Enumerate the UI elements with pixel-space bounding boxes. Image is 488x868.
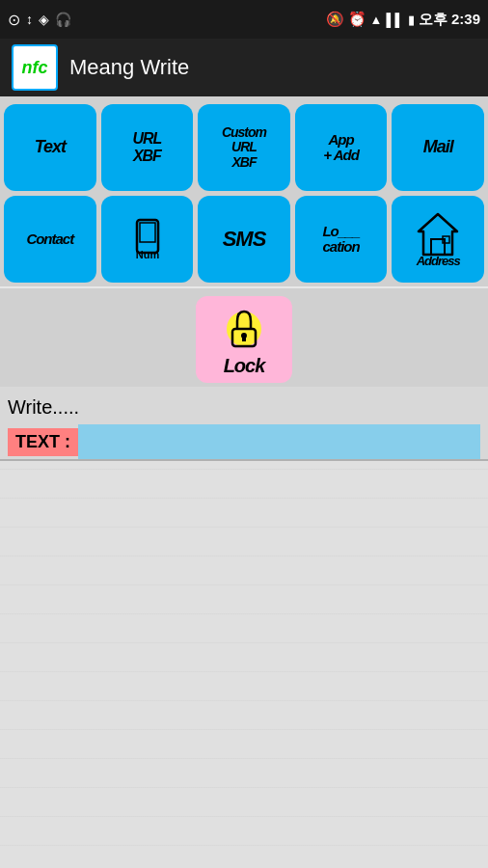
content-area: Write..... TEXT :	[0, 387, 488, 459]
status-icons-right: 🔕 ⏰ ▲ ▌▌ ▮ 오후 2:39	[326, 11, 481, 29]
app-title: Meang Write	[69, 55, 189, 80]
contact-button-label: Contact	[26, 231, 73, 248]
write-label: Write.....	[8, 396, 480, 419]
canvas-area	[0, 459, 488, 868]
button-grid: Text URLXBF CustomURLXBF App+ Add Mail C…	[0, 96, 488, 286]
text-label-row: TEXT :	[8, 424, 480, 459]
contact-button[interactable]: Contact	[4, 196, 96, 283]
svg-text:Num: Num	[136, 249, 160, 260]
text-label: TEXT :	[8, 428, 78, 456]
alarm-icon: ⏰	[348, 11, 366, 28]
svg-marker-3	[419, 214, 457, 255]
address-button[interactable]: Address	[392, 196, 484, 283]
wifi-icon: ▲	[370, 13, 383, 27]
usb-icon: ↕	[26, 12, 33, 27]
custom-url-button[interactable]: CustomURLXBF	[198, 104, 290, 191]
svg-rect-1	[140, 223, 155, 242]
app-icon-status: ⊙	[8, 11, 20, 29]
sms-button-label: SMS	[223, 228, 266, 251]
url-button-label: URLXBF	[132, 130, 161, 164]
battery-icon: ▮	[408, 13, 415, 27]
app-icon: nfc	[12, 44, 58, 91]
sms-button[interactable]: SMS	[198, 196, 290, 283]
mute-icon: 🔕	[326, 11, 344, 28]
text-input[interactable]	[78, 424, 480, 459]
signal-icon: ▌▌	[386, 13, 403, 27]
lock-row: Lock	[0, 288, 488, 387]
address-icon	[414, 210, 462, 258]
text-button[interactable]: Text	[4, 104, 96, 191]
lock-button[interactable]: Lock	[196, 296, 292, 383]
location-button-label: Lo___cation	[322, 224, 359, 256]
location-button[interactable]: Lo___cation	[295, 196, 388, 283]
title-bar: nfc Meang Write	[0, 39, 488, 96]
app-add-button-label: App+ Add	[323, 132, 359, 164]
headphone-icon: 🎧	[55, 12, 71, 27]
custom-url-button-label: CustomURLXBF	[222, 125, 266, 170]
address-button-label: Address	[417, 255, 460, 268]
status-time: 오후 2:39	[419, 11, 480, 29]
text-button-label: Text	[35, 138, 66, 157]
app-add-button[interactable]: App+ Add	[295, 104, 388, 191]
shield-icon: ◈	[39, 12, 49, 27]
svg-rect-9	[242, 336, 246, 341]
status-icons-left: ⊙ ↕ ◈ 🎧	[8, 11, 71, 29]
url-button[interactable]: URLXBF	[101, 104, 194, 191]
lock-icon	[220, 302, 268, 350]
mail-button[interactable]: Mail	[392, 104, 484, 191]
num-button[interactable]: Num	[101, 196, 194, 283]
lock-button-label: Lock	[224, 355, 265, 376]
mail-button-label: Mail	[423, 138, 453, 157]
status-bar: ⊙ ↕ ◈ 🎧 🔕 ⏰ ▲ ▌▌ ▮ 오후 2:39	[0, 0, 488, 39]
num-icon: Num	[127, 218, 166, 261]
